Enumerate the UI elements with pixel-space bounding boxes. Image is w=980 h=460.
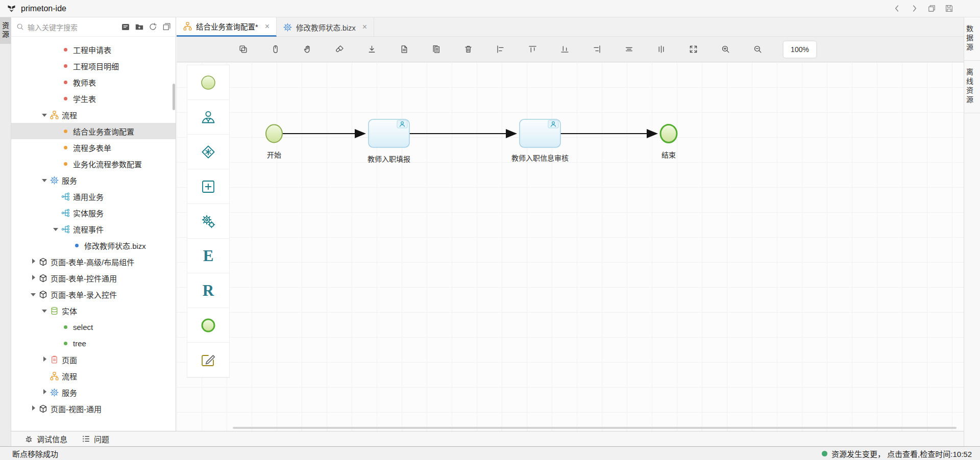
palette-gateway[interactable] (187, 135, 229, 169)
gear-icon (283, 23, 292, 32)
tree-item-label: 流程事件 (73, 224, 104, 235)
tree-item-13[interactable]: 页面-表单-高级/布局组件 (11, 253, 176, 270)
start-event-node[interactable] (266, 125, 282, 143)
tree-item-8[interactable]: 服务 (11, 172, 176, 188)
user-task-node-2[interactable] (520, 119, 560, 147)
tree-item-2[interactable]: 教师表 (11, 74, 176, 90)
tree-item-11[interactable]: 流程事件 (11, 221, 176, 237)
tree-item-20[interactable]: 流程 (11, 368, 176, 384)
diagram-canvas[interactable]: ER (177, 62, 964, 431)
end-event-node[interactable] (660, 125, 677, 143)
resource-change-notice[interactable]: 资源发生变更， 点击查看,检查时间:10:52 (822, 448, 972, 459)
editor-tab-0[interactable]: 结合业务查询配置*× (177, 17, 277, 37)
tree-item-12[interactable]: 修改教师状态.bizx (11, 237, 176, 253)
tree-item-label: 学生表 (73, 93, 96, 104)
tree-item-14[interactable]: 页面-表单-控件通用 (11, 270, 176, 286)
save-icon[interactable] (944, 4, 953, 13)
collapse-panel-icon[interactable] (162, 22, 172, 32)
rail-tab-datasource[interactable]: 数据源 (964, 17, 980, 61)
tree-item-label: 实体 (62, 305, 77, 316)
resource-tree: 工程申请表工程项目明细教师表学生表流程结合业务查询配置流程多表单业务化流程参数配… (11, 37, 176, 431)
diagram-toolbar: 100% (177, 37, 964, 62)
copy-button[interactable] (237, 43, 249, 56)
expand-arrow-icon[interactable] (30, 274, 38, 282)
database-icon (49, 306, 59, 315)
align-right-button[interactable] (591, 43, 603, 56)
align-top-button[interactable] (526, 43, 538, 56)
tree-item-6[interactable]: 流程多表单 (11, 139, 176, 156)
expand-arrow-icon[interactable] (30, 258, 38, 266)
expand-arrow-icon[interactable] (41, 388, 49, 396)
expand-arrow-icon[interactable] (41, 306, 49, 315)
sidebar-actions (120, 22, 172, 32)
app-title: primeton-ide (21, 4, 66, 13)
tree-item-0[interactable]: 工程申请表 (11, 41, 176, 58)
search-input[interactable]: 输入关键字搜索 (16, 22, 120, 32)
bug-icon (24, 435, 33, 443)
copy-document-button[interactable] (430, 43, 442, 56)
distribute-vertical-button[interactable] (655, 43, 667, 56)
pan-hand-button[interactable] (301, 43, 313, 56)
align-center-button[interactable] (623, 43, 635, 56)
expand-arrow-icon[interactable] (52, 225, 60, 233)
restore-window-icon[interactable] (927, 4, 936, 13)
tree-item-9[interactable]: 通用业务 (11, 188, 176, 205)
expand-arrow-icon[interactable] (30, 290, 38, 298)
tree-item-21[interactable]: 服务 (11, 384, 176, 400)
tree-item-22[interactable]: 页面-视图-通用 (11, 400, 176, 417)
tree-scrollbar[interactable] (173, 84, 175, 110)
problems-tab[interactable]: 问题 (82, 433, 109, 444)
expand-arrow-icon[interactable] (41, 176, 49, 184)
clean-brush-button[interactable] (333, 43, 346, 56)
expand-arrow-icon[interactable] (30, 404, 38, 413)
rail-tab-resources[interactable]: 资源 (0, 17, 11, 44)
tree-item-16[interactable]: 实体 (11, 302, 176, 319)
zoom-in-button[interactable] (719, 43, 731, 56)
palette-subprocess[interactable] (187, 169, 229, 204)
editor-tab-1[interactable]: 修改教师状态.bizx× (277, 17, 374, 37)
palette-annotation-edit[interactable] (187, 343, 229, 377)
refresh-icon[interactable] (148, 22, 158, 32)
tree-item-10[interactable]: 实体服务 (11, 205, 176, 221)
palette-service-task[interactable] (187, 204, 229, 239)
new-folder-icon[interactable] (134, 22, 144, 32)
palette-end-event[interactable] (187, 308, 229, 343)
fit-screen-button[interactable] (687, 43, 699, 56)
delete-trash-button[interactable] (462, 43, 474, 56)
gateway-icon (201, 144, 216, 160)
tree-item-4[interactable]: 流程 (11, 107, 176, 123)
close-tab-icon[interactable]: × (265, 22, 270, 31)
palette-user-task[interactable] (187, 100, 229, 135)
tree-item-5[interactable]: 结合业务查询配置 (11, 123, 176, 139)
palette-entity-letter[interactable]: E (187, 239, 229, 273)
arrow-spacer (52, 160, 60, 168)
palette-start-event[interactable] (187, 65, 229, 100)
debug-info-tab[interactable]: 调试信息 (24, 433, 67, 444)
orange-dot-icon (60, 160, 70, 168)
canvas-horizontal-scrollbar[interactable] (233, 427, 957, 429)
align-left-button[interactable] (494, 43, 506, 56)
tree-item-1[interactable]: 工程项目明细 (11, 58, 176, 74)
zoom-level-display[interactable]: 100% (783, 41, 816, 58)
close-tab-icon[interactable]: × (362, 23, 367, 31)
import-resource-icon[interactable] (120, 22, 130, 32)
back-icon[interactable] (892, 4, 901, 13)
tree-item-3[interactable]: 学生表 (11, 90, 176, 107)
select-tool-button[interactable] (269, 43, 281, 56)
forward-icon[interactable] (910, 4, 919, 13)
tree-item-7[interactable]: 业务化流程参数配置 (11, 156, 176, 172)
tree-item-19[interactable]: 页面 (11, 351, 176, 368)
expand-arrow-icon[interactable] (41, 111, 49, 119)
align-bottom-button[interactable] (558, 43, 571, 56)
expand-arrow-icon[interactable] (41, 355, 49, 364)
tree-item-18[interactable]: tree (11, 335, 176, 351)
flow-icon (49, 372, 59, 380)
user-task-node-1[interactable] (369, 119, 409, 147)
tree-item-17[interactable]: select (11, 319, 176, 335)
palette-rule-letter[interactable]: R (187, 273, 229, 308)
tree-item-15[interactable]: 页面-表单-录入控件 (11, 286, 176, 302)
rail-tab-offline-resources[interactable]: 离线资源 (964, 61, 980, 113)
zoom-out-button[interactable] (751, 43, 764, 56)
document-button[interactable] (398, 43, 410, 56)
download-button[interactable] (365, 43, 378, 56)
